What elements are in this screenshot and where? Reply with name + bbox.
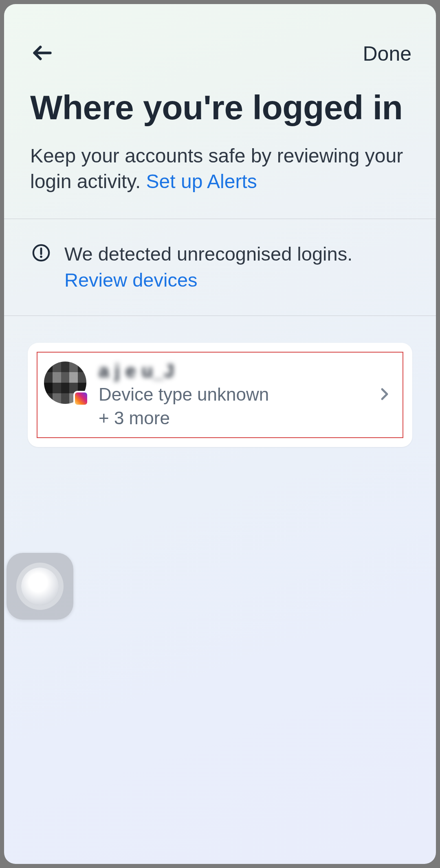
exclamation-circle-icon <box>32 243 51 262</box>
setup-alerts-link[interactable]: Set up Alerts <box>146 171 257 192</box>
login-activity-screen: Done Where you're logged in Keep your ac… <box>4 4 436 864</box>
back-button[interactable] <box>29 41 55 67</box>
instagram-badge-icon <box>73 391 89 406</box>
review-devices-link[interactable]: Review devices <box>64 269 198 291</box>
device-type-label: Device type unknown <box>99 384 365 405</box>
device-text: a j e u_J Device type unknown + 3 more <box>99 360 365 428</box>
arrow-left-icon <box>31 41 54 66</box>
device-card: a j e u_J Device type unknown + 3 more <box>28 343 412 447</box>
header-block: Where you're logged in Keep your account… <box>4 89 436 219</box>
alert-text: We detected unrecognised logins. Review … <box>64 241 410 293</box>
alert-message: We detected unrecognised logins. <box>64 243 352 265</box>
topbar: Done <box>4 4 436 79</box>
device-account-name: a j e u_J <box>99 360 365 382</box>
page-title: Where you're logged in <box>30 89 410 126</box>
assistive-touch-icon <box>21 568 59 605</box>
svg-point-2 <box>40 256 42 258</box>
device-row[interactable]: a j e u_J Device type unknown + 3 more <box>37 352 403 438</box>
unrecognised-login-alert: We detected unrecognised logins. Review … <box>4 219 436 316</box>
chevron-right-icon <box>377 387 392 401</box>
account-avatar <box>44 362 86 404</box>
device-more-count: + 3 more <box>99 408 365 428</box>
assistive-touch-button[interactable] <box>7 553 73 620</box>
page-subtitle: Keep your accounts safe by reviewing you… <box>30 143 410 194</box>
device-card-wrap: a j e u_J Device type unknown + 3 more <box>4 316 436 447</box>
done-button[interactable]: Done <box>363 42 411 66</box>
